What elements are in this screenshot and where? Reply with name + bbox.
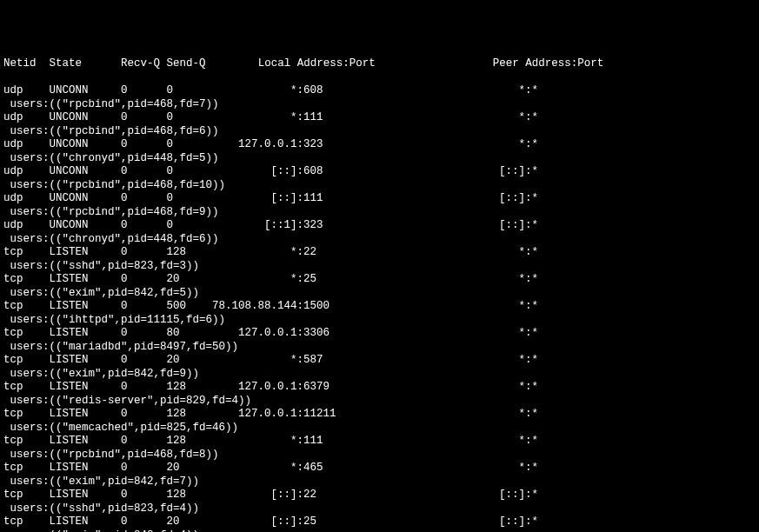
socket-users: users:(("redis-server",pid=829,fd=4)) [3,395,756,409]
socket-users: users:(("chronyd",pid=448,fd=5)) [3,152,756,166]
socket-users: users:(("exim",pid=842,fd=5)) [3,287,756,301]
socket-row: tcp LISTEN 0 128 *:111 *:* [3,435,756,449]
socket-users: users:(("rpcbind",pid=468,fd=9)) [3,206,756,220]
socket-row: udp UNCONN 0 0 *:608 *:* [3,84,756,98]
socket-row: udp UNCONN 0 0 *:111 *:* [3,111,756,125]
socket-users: users:(("ihttpd",pid=11115,fd=6)) [3,314,756,328]
socket-users: users:(("memcached",pid=825,fd=46)) [3,422,756,436]
header-row: Netid State Recv-Q Send-Q Local Address:… [3,57,756,71]
socket-list: udp UNCONN 0 0 *:608 *:* users:(("rpcbin… [3,84,756,532]
socket-users: users:(("exim",pid=842,fd=4)) [3,529,756,533]
socket-users: users:(("chronyd",pid=448,fd=6)) [3,233,756,247]
header-peer: Peer Address:Port [493,57,604,70]
socket-row: tcp LISTEN 0 20 *:25 *:* [3,273,756,287]
socket-row: udp UNCONN 0 0 [::]:111 [::]:* [3,192,756,206]
socket-users: users:(("sshd",pid=823,fd=4)) [3,502,756,516]
socket-row: tcp LISTEN 0 20 *:587 *:* [3,354,756,368]
socket-users: users:(("rpcbind",pid=468,fd=7)) [3,98,756,112]
socket-users: users:(("mariadbd",pid=8497,fd=50)) [3,341,756,355]
socket-users: users:(("rpcbind",pid=468,fd=6)) [3,125,756,139]
socket-row: udp UNCONN 0 0 127.0.0.1:323 *:* [3,138,756,152]
socket-users: users:(("rpcbind",pid=468,fd=10)) [3,179,756,193]
socket-row: tcp LISTEN 0 128 [::]:22 [::]:* [3,489,756,502]
header-local: Local Address:Port [258,57,376,70]
socket-row: tcp LISTEN 0 20 *:465 *:* [3,462,756,475]
header-recvq: Recv-Q [121,57,160,70]
socket-users: users:(("sshd",pid=823,fd=3)) [3,260,756,274]
socket-row: udp UNCONN 0 0 [::]:608 [::]:* [3,165,756,179]
header-sendq: Send-Q [167,57,206,70]
socket-row: tcp LISTEN 0 20 [::]:25 [::]:* [3,515,756,529]
socket-row: tcp LISTEN 0 80 127.0.0.1:3306 *:* [3,327,756,341]
header-state: State [50,57,83,70]
socket-row: tcp LISTEN 0 128 127.0.0.1:6379 *:* [3,381,756,395]
socket-users: users:(("rpcbind",pid=468,fd=8)) [3,449,756,462]
socket-users: users:(("exim",pid=842,fd=9)) [3,368,756,382]
socket-row: udp UNCONN 0 0 [::1]:323 [::]:* [3,219,756,233]
header-netid: Netid [3,57,37,70]
socket-row: tcp LISTEN 0 500 78.108.88.144:1500 *:* [3,300,756,314]
socket-row: tcp LISTEN 0 128 127.0.0.1:11211 *:* [3,408,756,422]
socket-row: tcp LISTEN 0 128 *:22 *:* [3,246,756,260]
socket-users: users:(("exim",pid=842,fd=7)) [3,475,756,489]
